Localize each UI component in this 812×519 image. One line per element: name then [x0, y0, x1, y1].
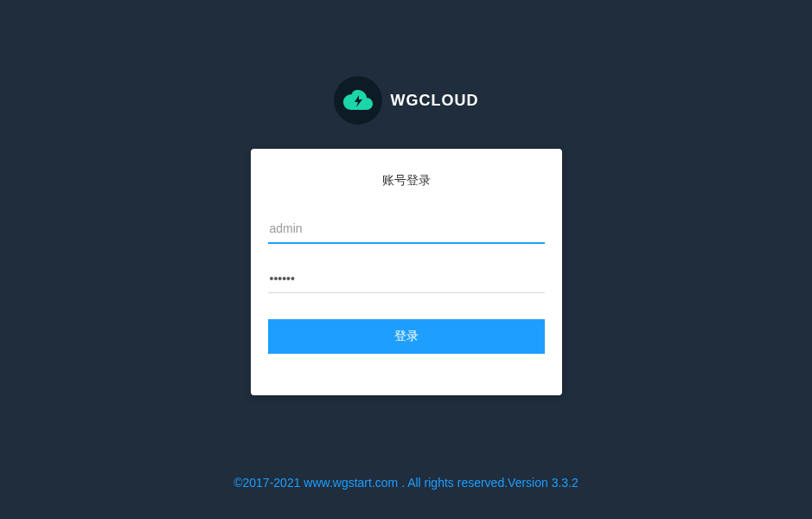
cloud-lightning-icon [342, 89, 374, 112]
login-title: 账号登录 [268, 173, 545, 189]
login-card: 账号登录 登录 [251, 149, 562, 395]
logo-circle [334, 76, 382, 125]
password-input[interactable] [268, 265, 545, 293]
username-input[interactable] [268, 215, 545, 244]
brand-name: WGCLOUD [391, 92, 479, 110]
logo-container: WGCLOUD [0, 76, 812, 125]
footer-copyright: ©2017-2021 www.wgstart.com . All rights … [0, 476, 812, 490]
login-button[interactable]: 登录 [268, 319, 545, 354]
